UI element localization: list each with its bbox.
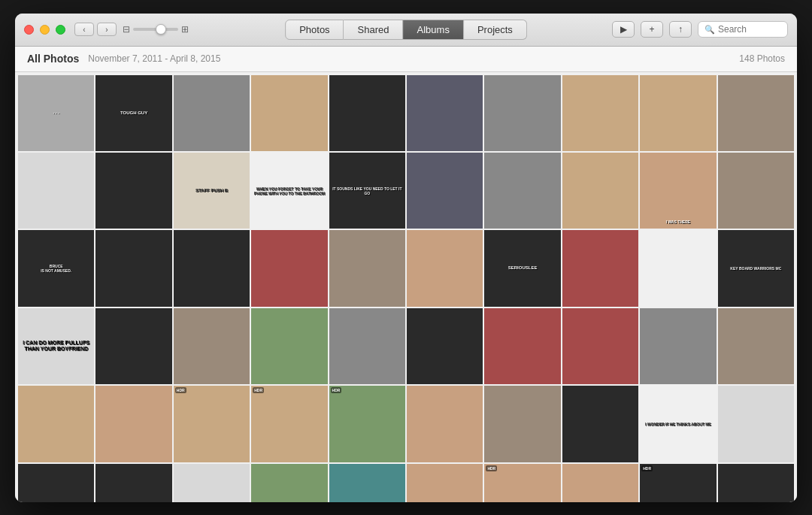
back-button[interactable]: ‹ bbox=[74, 23, 94, 36]
traffic-lights bbox=[24, 25, 65, 35]
share-button[interactable]: ↑ bbox=[669, 21, 692, 38]
photo-cell[interactable]: HDR bbox=[329, 386, 405, 462]
tab-projects[interactable]: Projects bbox=[464, 20, 527, 40]
photo-cell[interactable]: HDR bbox=[174, 386, 250, 462]
photo-cell[interactable] bbox=[95, 386, 171, 462]
photo-cell[interactable] bbox=[484, 153, 560, 229]
subtitle-bar: All Photos November 7, 2011 - April 8, 2… bbox=[15, 47, 797, 72]
tab-shared[interactable]: Shared bbox=[344, 20, 404, 40]
photo-cell[interactable] bbox=[251, 230, 327, 306]
photo-cell[interactable] bbox=[407, 153, 483, 229]
photo-cell[interactable] bbox=[174, 75, 250, 151]
tab-nav: Photos Shared Albums Projects bbox=[285, 20, 527, 40]
photo-cell[interactable] bbox=[329, 464, 405, 502]
nav-buttons: ‹ › bbox=[74, 23, 117, 36]
photo-cell[interactable]: Staff Push B bbox=[174, 153, 250, 229]
photo-cell[interactable] bbox=[562, 464, 638, 502]
photo-cell[interactable] bbox=[718, 75, 794, 151]
all-photos-label: All Photos bbox=[27, 53, 79, 65]
photo-cell[interactable] bbox=[484, 386, 560, 462]
photo-cell[interactable] bbox=[329, 230, 405, 306]
photo-cell[interactable] bbox=[640, 308, 716, 384]
close-button[interactable] bbox=[24, 25, 34, 35]
photo-cell[interactable]: I wonder if he thinks about me bbox=[640, 386, 716, 462]
photo-cell[interactable] bbox=[251, 75, 327, 151]
photo-cell[interactable] bbox=[562, 386, 638, 462]
photo-cell[interactable] bbox=[718, 464, 794, 502]
photo-cell[interactable]: When you forget to take your phone with … bbox=[251, 153, 327, 229]
add-button[interactable]: + bbox=[641, 21, 663, 38]
photo-cell[interactable]: IT SOUNDS LIKE YOU NEED TO LET IT GO bbox=[329, 153, 405, 229]
search-input[interactable] bbox=[718, 24, 786, 35]
tab-photos[interactable]: Photos bbox=[285, 20, 344, 40]
zoom-in-icon: ⊞ bbox=[181, 24, 189, 35]
photo-cell[interactable] bbox=[407, 230, 483, 306]
photo-cell[interactable] bbox=[718, 153, 794, 229]
photo-cell[interactable] bbox=[174, 230, 250, 306]
subtitle-left: All Photos November 7, 2011 - April 8, 2… bbox=[27, 53, 220, 65]
photo-cell[interactable] bbox=[640, 230, 716, 306]
photo-cell[interactable]: HDR bbox=[640, 464, 716, 502]
forward-button[interactable]: › bbox=[97, 23, 117, 36]
photo-cell[interactable] bbox=[18, 153, 94, 229]
photo-grid: · · · TOUGH GUY Staff Push B When you fo… bbox=[18, 75, 794, 502]
photo-cell[interactable] bbox=[251, 464, 327, 502]
photo-cell[interactable] bbox=[329, 75, 405, 151]
zoom-out-icon: ⊟ bbox=[123, 24, 130, 35]
photo-cell[interactable]: HDR bbox=[251, 386, 327, 462]
photo-cell[interactable] bbox=[407, 464, 483, 502]
photo-cell[interactable] bbox=[18, 464, 94, 502]
photo-count: 148 Photos bbox=[739, 53, 785, 64]
photo-cell[interactable] bbox=[562, 153, 638, 229]
photo-cell[interactable] bbox=[718, 386, 794, 462]
photo-cell[interactable] bbox=[640, 75, 716, 151]
play-button[interactable]: ▶ bbox=[612, 21, 635, 38]
photo-cell[interactable]: Bruceis not amused. bbox=[18, 230, 94, 306]
title-bar-right: ▶ + ↑ 🔍 bbox=[612, 21, 788, 38]
title-bar: ‹ › ⊟ ⊞ Photos Shared Albums Projects ▶ … bbox=[15, 14, 797, 47]
photo-cell[interactable]: I CAN DO MORE PULLUPS THAN YOUR BOYFRIEN… bbox=[18, 308, 94, 384]
zoom-slider-area: ⊟ ⊞ bbox=[123, 24, 189, 35]
photo-cell[interactable] bbox=[407, 308, 483, 384]
photo-cell[interactable]: · · · bbox=[18, 75, 94, 151]
search-box[interactable]: 🔍 bbox=[698, 21, 788, 38]
photo-cell[interactable] bbox=[95, 153, 171, 229]
photo-cell[interactable] bbox=[174, 308, 250, 384]
photo-cell[interactable]: SERIOUSLEE bbox=[484, 230, 560, 306]
photo-cell[interactable] bbox=[174, 464, 250, 502]
zoom-slider[interactable] bbox=[133, 28, 178, 31]
photo-cell[interactable] bbox=[95, 308, 171, 384]
photo-cell[interactable] bbox=[718, 308, 794, 384]
minimize-button[interactable] bbox=[40, 25, 50, 35]
photo-cell[interactable] bbox=[95, 230, 171, 306]
photo-cell[interactable]: KEY BOARD WARRIORS MC bbox=[718, 230, 794, 306]
photo-cell[interactable]: I WAS THERE bbox=[640, 153, 716, 229]
photo-cell[interactable]: HDR bbox=[484, 464, 560, 502]
search-icon: 🔍 bbox=[704, 25, 715, 35]
photo-cell[interactable] bbox=[329, 308, 405, 384]
photo-cell[interactable] bbox=[562, 230, 638, 306]
photo-cell[interactable] bbox=[407, 386, 483, 462]
main-window: ‹ › ⊟ ⊞ Photos Shared Albums Projects ▶ … bbox=[15, 14, 797, 502]
date-range: November 7, 2011 - April 8, 2015 bbox=[88, 53, 220, 64]
photo-cell[interactable]: TOUGH GUY bbox=[95, 75, 171, 151]
photo-cell[interactable] bbox=[562, 308, 638, 384]
photo-grid-container[interactable]: · · · TOUGH GUY Staff Push B When you fo… bbox=[15, 72, 797, 502]
photo-cell[interactable] bbox=[407, 75, 483, 151]
maximize-button[interactable] bbox=[56, 25, 65, 35]
photo-cell[interactable] bbox=[484, 308, 560, 384]
tab-albums[interactable]: Albums bbox=[404, 20, 464, 40]
photo-cell[interactable] bbox=[251, 308, 327, 384]
photo-cell[interactable] bbox=[484, 75, 560, 151]
photo-cell[interactable] bbox=[18, 386, 94, 462]
photo-cell[interactable] bbox=[95, 464, 171, 502]
photo-cell[interactable] bbox=[562, 75, 638, 151]
